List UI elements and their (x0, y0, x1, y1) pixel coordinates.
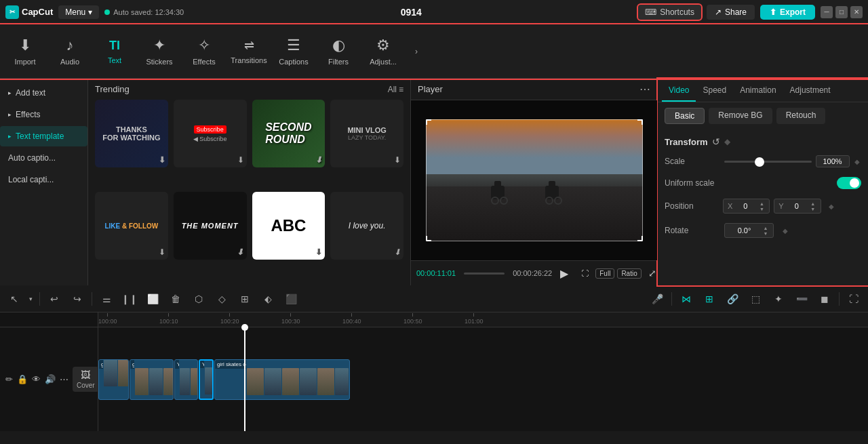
left-panel-local-caption[interactable]: Local capti... (0, 169, 87, 190)
reverse-button[interactable]: ◇ (212, 289, 232, 308)
maximize-button[interactable]: □ (835, 6, 848, 18)
separator-4 (839, 292, 840, 306)
plus-button[interactable]: ◼ (814, 289, 835, 308)
clip-youn-selected[interactable]: Youn (199, 359, 214, 400)
rotate-input[interactable] (729, 226, 760, 235)
rotate-increment-button[interactable]: ▲ (762, 225, 769, 230)
clip-girl-skates-a[interactable]: girl skates on a (130, 359, 174, 400)
template-i-love-you[interactable]: I love you. ⬇ (330, 192, 403, 260)
stabilize-button[interactable]: ⊞ (235, 289, 255, 308)
template-thanks[interactable]: THANKSFOR WATCHING ⬇ (95, 100, 168, 167)
toolbar-transitions[interactable]: ⇌ Transitions (226, 27, 271, 76)
close-button[interactable]: ✕ (850, 6, 863, 18)
mask-button[interactable]: ⬡ (189, 289, 209, 308)
menu-button[interactable]: Menu ▾ (58, 5, 99, 19)
track-rename-icon[interactable]: ✏ (5, 374, 13, 384)
left-panel-effects[interactable]: ▸ Effects (0, 104, 87, 125)
y-increment-button[interactable]: ▲ (810, 201, 816, 206)
link-button[interactable]: 🔗 (722, 289, 743, 308)
shortcuts-button[interactable]: ⌨ Shortcuts (638, 5, 701, 20)
cursor-dropdown[interactable]: ▾ (26, 289, 35, 308)
uniform-scale-toggle[interactable] (837, 177, 861, 189)
delete-button[interactable]: 🗑 (165, 289, 186, 308)
toolbar-stickers[interactable]: ✦ Stickers (137, 27, 182, 76)
left-panel: ▸ Add text ▸ Effects ▸ Text template Aut… (0, 79, 88, 285)
clip-girl-skate-1[interactable]: girl skate (98, 359, 129, 400)
tab-adjustment[interactable]: Adjustment (783, 79, 837, 102)
cover-button[interactable]: 🖼 Cover (73, 367, 99, 392)
more-tl-button[interactable]: ⬛ (281, 289, 301, 308)
share-button[interactable]: ↗ Share (707, 5, 755, 20)
clip-youn-1[interactable]: Youn (174, 359, 198, 400)
ratio-tag[interactable]: Ratio (617, 268, 641, 279)
tab-video[interactable]: Video (662, 79, 696, 102)
left-panel-text-template[interactable]: ▸ Text template (0, 126, 87, 146)
track-more-icon[interactable]: ⋯ (60, 374, 68, 384)
toolbar-text[interactable]: TI Text (92, 27, 137, 76)
minimize-button[interactable]: ─ (821, 6, 833, 18)
player-menu-button[interactable]: ⋯ (639, 83, 650, 96)
toolbar-effects[interactable]: ✧ Effects (182, 27, 226, 76)
template-like-follow[interactable]: LIKE & FOLLOW ⬇ (95, 192, 168, 260)
toolbar-import[interactable]: ⬇ Import (3, 27, 47, 76)
scale-thumb[interactable] (755, 157, 764, 167)
left-panel-auto-caption[interactable]: Auto captio... (0, 148, 87, 168)
full-tag[interactable]: Full (595, 268, 614, 279)
mini-timeline[interactable] (464, 273, 505, 275)
toolbar-more-button[interactable]: › (407, 42, 426, 61)
scale-keyframe-button[interactable]: ◆ (854, 155, 861, 167)
track-visibility-icon[interactable]: 👁 (32, 374, 41, 384)
track-lock-icon[interactable]: 🔒 (17, 374, 28, 384)
freeze-button[interactable]: ❙❙ (119, 289, 140, 308)
export-button[interactable]: ⬆ Export (760, 5, 815, 20)
play-button[interactable]: ▶ (560, 265, 568, 281)
grid-view-button[interactable]: ⊞ (699, 289, 719, 308)
toolbar-adjust[interactable]: ⚙ Adjust... (361, 27, 406, 76)
template-subscribe[interactable]: Subscribe ◀ Subscribe ⬇ (174, 100, 247, 167)
ruler-mark-2: 100:20 (220, 313, 239, 325)
transform-btn[interactable]: ⬖ (258, 289, 278, 308)
all-filter-button[interactable]: All ≡ (388, 85, 403, 94)
transform-reset-button[interactable]: ↺ (712, 136, 720, 147)
subtab-retouch[interactable]: Retouch (776, 108, 826, 124)
link-clips-button[interactable]: ⋈ (676, 289, 696, 308)
toolbar-captions[interactable]: ☰ Captions (271, 27, 316, 76)
position-y-input[interactable] (787, 202, 807, 210)
undo-button[interactable]: ↩ (44, 289, 64, 308)
toolbar: ⬇ Import ♪ Audio TI Text ✦ Stickers ✧ Ef… (0, 24, 868, 79)
x-increment-button[interactable]: ▲ (758, 201, 765, 206)
subtab-basic[interactable]: Basic (665, 108, 705, 124)
transform-diamond-button[interactable]: ◆ (724, 137, 730, 146)
minus-button[interactable]: ➖ (791, 289, 812, 308)
subtab-remove-bg[interactable]: Remove BG (709, 108, 772, 124)
mark-button[interactable]: ✦ (768, 289, 789, 308)
left-panel-add-text[interactable]: ▸ Add text (0, 83, 87, 103)
x-decrement-button[interactable]: ▼ (758, 206, 765, 211)
position-x-input[interactable] (735, 202, 755, 210)
template-the-moment[interactable]: THE MOMENT ⬇ (174, 192, 247, 260)
toolbar-filters[interactable]: ◐ Filters (316, 27, 361, 76)
clip-girl-skates-desert[interactable]: girl skates on a skateboard on a deserte (214, 359, 350, 400)
fullscreen-button[interactable]: ⛶ (576, 265, 593, 281)
rotate-keyframe-button[interactable]: ◆ (779, 224, 791, 237)
toolbar-audio[interactable]: ♪ Audio (47, 27, 92, 76)
align-button[interactable]: ⬚ (745, 289, 766, 308)
track-audio-icon[interactable]: 🔊 (45, 374, 56, 384)
scale-value-input[interactable] (816, 155, 850, 167)
logo-icon: ✂ (5, 5, 19, 19)
position-keyframe-button[interactable]: ◆ (825, 200, 837, 212)
tab-speed[interactable]: Speed (696, 79, 733, 102)
tab-animation[interactable]: Animation (733, 79, 783, 102)
cursor-button[interactable]: ↖ (4, 289, 24, 308)
crop-button[interactable]: ⬜ (142, 289, 163, 308)
template-mini-vlog[interactable]: MINI VLOG LAZY TODAY. ⬇ (330, 100, 403, 167)
split-button[interactable]: ⚌ (96, 289, 117, 308)
scale-slider[interactable] (724, 161, 812, 163)
fullscreen-tl-button[interactable]: ⛶ (844, 289, 864, 308)
mic-button[interactable]: 🎤 (647, 289, 667, 308)
redo-button[interactable]: ↪ (67, 289, 87, 308)
y-decrement-button[interactable]: ▼ (810, 206, 816, 211)
template-second-round[interactable]: SECONDROUND ⬇ (252, 100, 326, 167)
template-abc[interactable]: ABC ⬇ (252, 192, 326, 260)
rotate-decrement-button[interactable]: ▼ (762, 230, 769, 236)
